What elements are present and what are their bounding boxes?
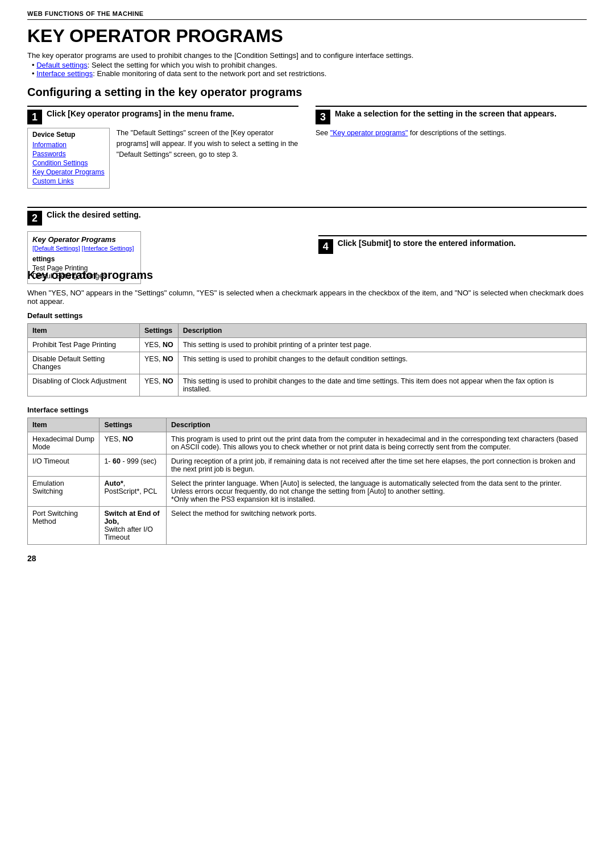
col-desc-1: Description (178, 324, 586, 338)
row1-settings: YES, NO (139, 338, 178, 352)
top-header-label: WEB FUNCTIONS OF THE MACHINE (27, 10, 144, 17)
irow1-settings: YES, NO (99, 432, 167, 454)
irow4-settings: Switch at End of Job,Switch after I/O Ti… (99, 507, 167, 545)
row2-desc: This setting is used to prohibit changes… (178, 352, 586, 374)
device-setup-item-passwords: Passwords (32, 149, 105, 158)
step-3-box: 3 Make a selection for the setting in th… (316, 106, 587, 189)
step-3-desc: See "Key operator programs" for descript… (316, 128, 587, 139)
step-3-title: Make a selection for the setting in the … (335, 109, 557, 118)
device-setup-item-keyop: Key Operator Programs (32, 168, 105, 177)
default-settings-link[interactable]: Default settings (36, 61, 88, 69)
device-setup-item-custom: Custom Links (32, 177, 105, 186)
step-4-box: 4 Click [Submit] to store the entered in… (318, 235, 587, 257)
step-1-header: 1 Click [Key operator programs] in the m… (27, 106, 298, 124)
default-settings-header-row: Item Settings Description (28, 324, 587, 338)
kop-title: Key Operator Programs (32, 235, 136, 244)
bullet-interface-settings: Interface settings: Enable monitoring of… (32, 69, 587, 78)
step-2-header: 2 Click the desired setting. (27, 210, 587, 226)
section2-desc: When "YES, NO" appears in the "Settings"… (27, 289, 587, 306)
default-settings-table: Item Settings Description Prohibit Test … (27, 323, 587, 397)
irow2-item: I/O Timeout (28, 454, 99, 477)
interface-settings-subtitle: Interface settings (27, 406, 587, 414)
irow2-desc: During reception of a print job, if rema… (167, 454, 587, 477)
key-op-programs-link[interactable]: "Key operator programs" (330, 129, 408, 137)
intro-bullets: Default settings: Select the setting for… (32, 61, 587, 78)
table-row: Prohibit Test Page Printing YES, NO This… (28, 338, 587, 352)
step-3-header: 3 Make a selection for the setting in th… (316, 106, 587, 124)
col-desc-2: Description (167, 418, 587, 432)
default-settings-tab-link[interactable]: [Default Settings] (32, 245, 80, 252)
irow3-item: Emulation Switching (28, 477, 99, 507)
step-1-title: Click [Key operator programs] in the men… (47, 109, 234, 118)
device-setup-box: Device Setup Information Passwords Condi… (27, 128, 110, 189)
device-setup-title: Device Setup (32, 131, 105, 139)
page-number: 28 (27, 554, 587, 563)
table-row: Emulation Switching Auto*, PostScript*, … (28, 477, 587, 507)
col-settings-2: Settings (99, 418, 167, 432)
bullet-default-settings: Default settings: Select the setting for… (32, 61, 587, 69)
interface-settings-link[interactable]: Interface settings (36, 69, 93, 78)
col-item-2: Item (28, 418, 99, 432)
section2-title: Key operator programs (27, 269, 587, 282)
step-1-desc: The "Default Settings" screen of the [Ke… (117, 128, 298, 189)
step-3-number: 3 (316, 110, 330, 124)
interface-settings-table: Item Settings Description Hexadecimal Du… (27, 418, 587, 545)
row3-item: Disabling of Clock Adjustment (28, 374, 140, 397)
device-setup-item-information: Information (32, 140, 105, 149)
step-4-header: 4 Click [Submit] to store the entered in… (318, 235, 587, 254)
device-setup-list: Information Passwords Condition Settings… (32, 140, 105, 186)
intro-line1: The key operator programs are used to pr… (27, 51, 587, 60)
step-2-number: 2 (27, 211, 42, 226)
step-1-content: Device Setup Information Passwords Condi… (27, 128, 298, 189)
steps-grid: 1 Click [Key operator programs] in the m… (27, 106, 587, 197)
table-row: I/O Timeout 1- 60 - 999 (sec) During rec… (28, 454, 587, 477)
row1-item: Prohibit Test Page Printing (28, 338, 140, 352)
irow1-item: Hexadecimal Dump Mode (28, 432, 99, 454)
irow2-settings: 1- 60 - 999 (sec) (99, 454, 167, 477)
row3-desc: This setting is used to prohibit changes… (178, 374, 586, 397)
table-row: Disable Default Setting Changes YES, NO … (28, 352, 587, 374)
kop-links: [Default Settings] [Interface Settings] (32, 245, 136, 252)
table-row: Hexadecimal Dump Mode YES, NO This progr… (28, 432, 587, 454)
row3-settings: YES, NO (139, 374, 178, 397)
step-4-number: 4 (318, 239, 333, 254)
irow1-desc: This program is used to print out the pr… (167, 432, 587, 454)
interface-settings-header-row: Item Settings Description (28, 418, 587, 432)
top-header: WEB FUNCTIONS OF THE MACHINE (27, 10, 587, 20)
step-1-number: 1 (27, 110, 42, 124)
row2-item: Disable Default Setting Changes (28, 352, 140, 374)
table-row: Disabling of Clock Adjustment YES, NO Th… (28, 374, 587, 397)
default-settings-subtitle: Default settings (27, 311, 587, 320)
section1-title: Configuring a setting in the key operato… (27, 86, 587, 99)
interface-settings-tab-link[interactable]: [Interface Settings] (82, 245, 134, 252)
table-row: Port Switching Method Switch at End of J… (28, 507, 587, 545)
device-setup-item-condition: Condition Settings (32, 158, 105, 168)
col-item-1: Item (28, 324, 140, 338)
step-2-title: Click the desired setting. (47, 210, 141, 219)
key-op-section: Key operator programs When "YES, NO" app… (27, 269, 587, 545)
step-4-title: Click [Submit] to store the entered info… (338, 239, 516, 248)
page-title: KEY OPERATOR PROGRAMS (27, 26, 587, 47)
row1-desc: This setting is used to prohibit printin… (178, 338, 586, 352)
irow3-desc: Select the printer language. When [Auto]… (167, 477, 587, 507)
irow3-settings: Auto*, PostScript*, PCL (99, 477, 167, 507)
row2-settings: YES, NO (139, 352, 178, 374)
step-1-box: 1 Click [Key operator programs] in the m… (27, 106, 298, 189)
irow4-item: Port Switching Method (28, 507, 99, 545)
irow4-desc: Select the method for switching network … (167, 507, 587, 545)
col-settings-1: Settings (139, 324, 178, 338)
kop-section-title: ettings (32, 255, 136, 263)
